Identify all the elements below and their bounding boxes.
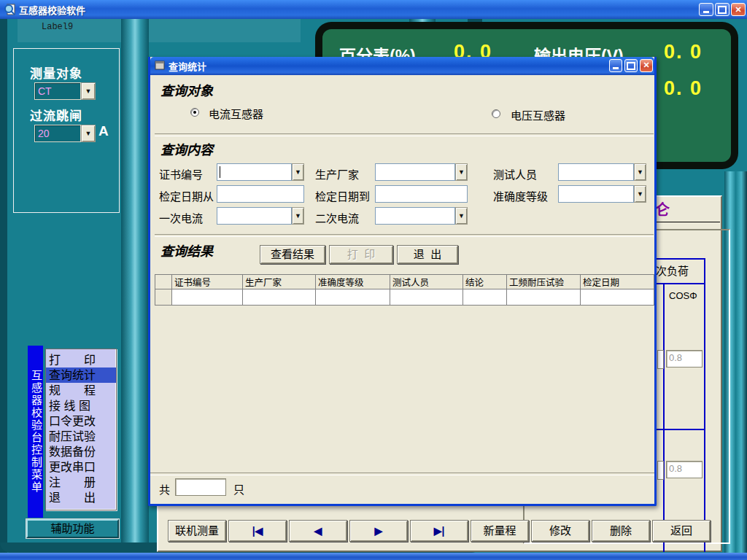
cert-no-combobox[interactable]	[217, 163, 292, 181]
table-line	[704, 258, 705, 552]
table-row[interactable]	[155, 289, 654, 306]
radio-current-transformer-label[interactable]: 电流互感器	[209, 106, 263, 121]
dialog-maximize-icon	[627, 62, 635, 70]
separator	[150, 472, 654, 475]
trip-current-dropdown-icon[interactable]: ▼	[81, 125, 96, 142]
total-count-input[interactable]	[175, 478, 226, 496]
table-line	[663, 283, 665, 552]
cos-phi-input[interactable]: 0.8	[666, 461, 703, 478]
manufacturer-dropdown-icon[interactable]: ▼	[455, 163, 468, 181]
primary-current-combobox[interactable]	[217, 207, 292, 225]
menu-item-serial-port[interactable]: 更改串口	[46, 459, 116, 475]
col-header-cert-no[interactable]: 证书编号	[172, 275, 243, 289]
app-root: 互感器校验软件 ✕ Label9 测量对象 CT ▼ 过流跳闸 20 ▼ A 百…	[0, 0, 747, 560]
col-header-accuracy[interactable]: 准确度等级	[316, 275, 390, 289]
radio-selected-dot	[193, 111, 196, 114]
cos-phi-input[interactable]: 0.8	[666, 350, 703, 368]
menu-item-print[interactable]: 打 印	[46, 352, 116, 368]
new-range-button[interactable]: 新量程	[471, 520, 529, 542]
menu-item-regulation[interactable]: 规 程	[46, 383, 116, 398]
return-button[interactable]: 返回	[652, 520, 711, 542]
secondary-current-dropdown-icon[interactable]: ▼	[455, 207, 468, 225]
menu-item-password-change[interactable]: 口令更改	[46, 413, 116, 429]
restore-button[interactable]	[715, 3, 729, 16]
cos-phi-cell: COSΦ	[669, 290, 697, 301]
partial-input	[657, 350, 664, 369]
text-caret	[220, 166, 220, 178]
manufacturer-combobox[interactable]	[375, 163, 455, 181]
date-to-label: 检定日期到	[315, 188, 370, 203]
radio-current-transformer[interactable]	[190, 108, 199, 117]
tester-label: 测试人员	[493, 166, 537, 182]
dialog-titlebar[interactable]: 查询统计 ✕	[150, 57, 654, 75]
dialog-minimize-button[interactable]	[609, 59, 622, 72]
partial-input	[657, 461, 664, 480]
exit-button[interactable]: 退 出	[397, 245, 458, 264]
measure-object-label: 测量对象	[30, 63, 82, 82]
print-button[interactable]: 打 印	[329, 245, 393, 264]
row-selector-cell[interactable]	[155, 289, 172, 306]
modify-button[interactable]: 修改	[531, 520, 589, 542]
col-header-withstand-test[interactable]: 工频耐压试验	[507, 275, 581, 289]
dialog-maximize-button[interactable]	[624, 59, 638, 72]
main-titlebar: 互感器校验软件 ✕	[0, 0, 747, 19]
col-header-tester[interactable]: 测试人员	[390, 275, 463, 289]
trip-current-combobox[interactable]: 20	[34, 125, 81, 142]
menu-item-wiring-diagram[interactable]: 接 线 图	[46, 398, 116, 413]
col-header-manufacturer[interactable]: 生产厂家	[243, 275, 316, 289]
tester-combobox[interactable]	[558, 163, 634, 181]
menu-item-query-statistics[interactable]: 查询统计	[46, 368, 116, 383]
measure-object-combobox[interactable]: CT	[34, 82, 81, 100]
menu-item-data-backup[interactable]: 数据备份	[46, 444, 116, 459]
label9-text: Label9	[42, 22, 73, 32]
app-icon	[4, 3, 17, 16]
close-button[interactable]: ✕	[731, 3, 746, 16]
restore-icon	[718, 6, 727, 14]
measure-panel: 测量对象 CT ▼ 过流跳闸 20 ▼ A	[13, 48, 120, 213]
nav-last-button[interactable]: ▶|	[410, 520, 468, 542]
result-table[interactable]: 证书编号 生产厂家 准确度等级 测试人员 结论 工频耐压试验 检定日期	[155, 274, 654, 306]
frame-left-edge	[0, 19, 7, 553]
nav-first-button[interactable]: |◀	[228, 520, 287, 542]
overcurrent-trip-label: 过流跳闸	[30, 106, 82, 124]
secondary-current-label: 二次电流	[315, 210, 359, 225]
delete-button[interactable]: 删除	[592, 520, 650, 542]
date-from-input[interactable]	[217, 185, 304, 203]
dialog-close-icon: ✕	[643, 61, 649, 69]
query-result-heading: 查询结果	[160, 241, 213, 260]
primary-current-dropdown-icon[interactable]: ▼	[292, 207, 304, 225]
total-label: 共	[159, 481, 170, 497]
dialog-close-button[interactable]: ✕	[640, 59, 653, 72]
radio-voltage-transformer-label[interactable]: 电压互感器	[511, 107, 565, 122]
secondary-current-combobox[interactable]	[375, 207, 455, 225]
auxiliary-functions-button[interactable]: 辅助功能	[26, 519, 119, 538]
nav-prev-button[interactable]: ◀	[289, 520, 347, 542]
control-menu: 打 印 查询统计 规 程 接 线 图 口令更改 耐压试验 数据备份 更改串口 注…	[45, 349, 117, 510]
nav-next-button[interactable]: ▶	[349, 520, 408, 542]
accuracy-dropdown-icon[interactable]: ▼	[634, 185, 646, 203]
frame-pipe	[121, 19, 149, 551]
minimize-button[interactable]	[699, 3, 713, 16]
menu-item-register[interactable]: 注 册	[46, 475, 116, 490]
query-object-heading: 查询对象	[160, 80, 213, 99]
output-voltage-value: 0. 0	[664, 41, 703, 63]
view-result-button[interactable]: 查看结果	[260, 245, 325, 264]
next-record-icon: ▶	[375, 525, 383, 537]
col-header-conclusion[interactable]: 结论	[463, 275, 507, 289]
col-header-verify-date[interactable]: 检定日期	[581, 275, 654, 289]
menu-item-withstand-test[interactable]: 耐压试验	[46, 429, 116, 444]
cert-no-dropdown-icon[interactable]: ▼	[292, 163, 304, 181]
frame-bottom-strip	[0, 553, 747, 560]
date-to-input[interactable]	[375, 185, 468, 203]
accuracy-combobox[interactable]	[558, 185, 634, 203]
menu-item-exit[interactable]: 退 出	[46, 490, 116, 505]
measure-object-dropdown-icon[interactable]: ▼	[81, 82, 96, 100]
radio-voltage-transformer[interactable]	[492, 109, 500, 118]
dialog-icon	[155, 61, 165, 72]
online-measure-button[interactable]: 联机测量	[168, 520, 226, 542]
tester-dropdown-icon[interactable]: ▼	[634, 163, 646, 181]
trip-unit-label: A	[98, 123, 109, 139]
row-selector-header	[155, 275, 172, 289]
dialog-title: 查询统计	[169, 59, 206, 73]
prev-record-icon: ◀	[314, 525, 322, 537]
